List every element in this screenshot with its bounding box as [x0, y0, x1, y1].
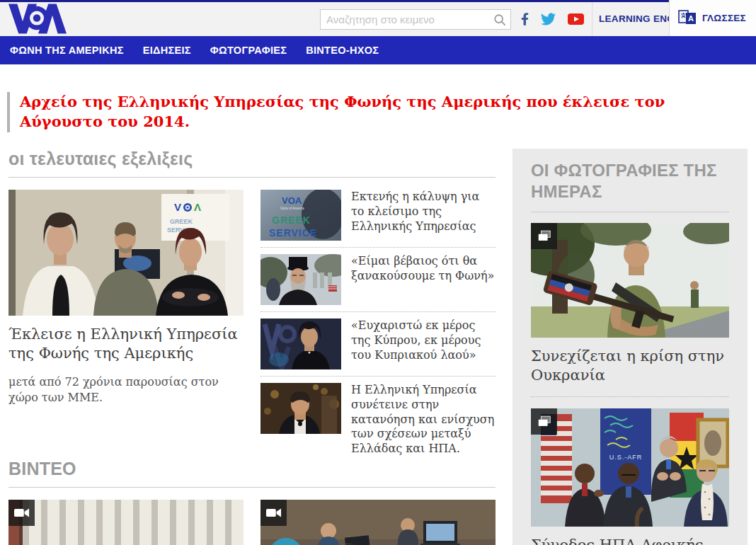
nav-item-photos[interactable]: ΦΩΤΟΓΡΑΦΙΕΣ [210, 45, 287, 56]
main-nav: ΦΩΝΗ ΤΗΣ ΑΜΕΡΙΚΗΣ ΕΙΔΗΣΕΙΣ ΦΩΤΟΓΡΑΦΙΕΣ Β… [0, 36, 756, 64]
thumb-voa-text: VOA [282, 195, 302, 206]
gala-guest-thumb [260, 383, 341, 434]
video-camera-icon [266, 507, 282, 518]
photo-of-day-link[interactable]: U.S.-AFR [531, 408, 729, 527]
cyprus-guest-thumb [260, 319, 341, 369]
languages-button[interactable]: A ΓΛΩΣΣΕΣ [669, 0, 756, 36]
us-africa-summit-illustration: U.S.-AFR [531, 408, 729, 527]
article-thumbnail[interactable] [260, 383, 341, 457]
article-title[interactable]: «Είμαι βέβαιος ότι θα ξανακούσουμε τη Φω… [351, 254, 496, 305]
summit-banner-text: U.S.-AFR [609, 454, 643, 461]
article-list: VOA Voice of America GREEK SERVICE Εκτεν… [260, 190, 496, 463]
voa-logo[interactable] [8, 4, 67, 37]
search-box [320, 9, 511, 30]
video2-illustration [260, 500, 496, 545]
svg-text:GREEK: GREEK [170, 218, 193, 225]
article-thumbnail[interactable]: VOA Voice of America GREEK SERVICE [260, 190, 341, 241]
video1-illustration [8, 500, 244, 545]
article-title[interactable]: «Ευχαριστώ εκ μέρος της Κύπρου, εκ μέρου… [351, 319, 496, 369]
gallery-icon [537, 415, 552, 428]
article-list-item[interactable]: «Είμαι βέβαιος ότι θα ξανακούσουμε τη Φω… [260, 248, 496, 312]
lead-article: V Λ GREEK SERVICE [8, 190, 244, 463]
article-thumbnail[interactable] [260, 319, 341, 369]
youtube-icon[interactable] [568, 13, 584, 25]
photos-of-day-sidebar: ΟΙ ΦΩΤΟΓΡΑΦΙΕΣ ΤΗΣ ΗΜΕΡΑΣ [512, 149, 748, 545]
header-divider [592, 2, 592, 36]
photo-of-day-link[interactable] [531, 223, 729, 338]
social-links [521, 2, 584, 36]
nav-item-video-audio[interactable]: ΒΙΝΤΕΟ-ΗΧΟΣ [306, 45, 379, 56]
article-title[interactable]: Εκτενής η κάλυψη για το κλείσιμο της Ελλ… [351, 190, 496, 241]
search-icon[interactable] [489, 13, 510, 26]
latest-section-title: οι τελευταιες εξελιξεις [8, 149, 496, 178]
photo-of-day-item: U.S.-AFR [531, 408, 729, 545]
gallery-icon [537, 229, 552, 243]
clergyman-thumb [260, 254, 341, 305]
svg-text:Λ: Λ [194, 201, 201, 213]
twitter-icon[interactable] [541, 13, 556, 25]
photo-of-day-caption[interactable]: Συνεχίζεται η κρίση στην Ουκρανία [531, 347, 729, 386]
sidebar-divider [531, 396, 729, 397]
video-badge [8, 500, 35, 526]
nav-item-news[interactable]: ΕΙΔΗΣΕΙΣ [143, 45, 191, 56]
voa-logo-icon [8, 4, 67, 34]
video-thumbnail[interactable] [260, 500, 496, 545]
article-list-item[interactable]: Η Ελληνική Υπηρεσία συνέτεινε στην καταν… [260, 377, 496, 463]
article-list-item[interactable]: «Ευχαριστώ εκ μέρος της Κύπρου, εκ μέρου… [260, 312, 496, 377]
article-thumbnail[interactable] [260, 254, 341, 305]
gallery-badge [531, 408, 557, 435]
lead-photo-illustration: V Λ GREEK SERVICE [8, 190, 244, 316]
search-input[interactable] [321, 13, 489, 25]
lead-article-summary: μετά από 72 χρόνια παρουσίας στον χώρο τ… [8, 374, 244, 406]
article-list-item[interactable]: VOA Voice of America GREEK SERVICE Εκτεν… [260, 190, 496, 248]
voa-greek-homepage: LEARNING ENGLISH A ΓΛΩΣΣΕΣ ΦΩΝΗ ΤΗΣ ΑΜΕΡ… [0, 0, 756, 545]
lead-article-title[interactable]: Έκλεισε η Ελληνική Υπηρεσία της Φωνής τη… [8, 325, 244, 364]
svg-text:A: A [688, 14, 694, 23]
gallery-badge [531, 223, 557, 249]
lead-article-photo[interactable]: V Λ GREEK SERVICE [8, 190, 244, 316]
video-section-title: ΒΙΝΤΕΟ [8, 459, 496, 488]
languages-label: ΓΛΩΣΣΕΣ [702, 13, 746, 23]
nav-item-voa[interactable]: ΦΩΝΗ ΤΗΣ ΑΜΕΡΙΚΗΣ [10, 45, 124, 56]
thumb-voa-tagline: Voice of America [280, 207, 304, 210]
photo-of-day-item: Συνεχίζεται η κρίση στην Ουκρανία [531, 223, 729, 386]
ukraine-photo-illustration [531, 223, 729, 338]
greek-service-thumb: VOA Voice of America GREEK SERVICE [260, 190, 341, 241]
video-camera-icon [14, 507, 30, 518]
facebook-icon[interactable] [521, 12, 529, 26]
latest-news-section: οι τελευταιες εξελιξεις V Λ [8, 149, 496, 463]
video-thumbnail[interactable] [8, 500, 244, 545]
video-section: ΒΙΝΤΕΟ [8, 459, 496, 545]
video-badge [260, 500, 287, 526]
article-title[interactable]: Η Ελληνική Υπηρεσία συνέτεινε στην καταν… [351, 383, 496, 457]
thumb-service-text: SERVICE [269, 227, 317, 239]
photo-of-day-caption[interactable]: Σύνοδος ΗΠΑ-Αφρικής [531, 536, 729, 545]
svg-text:V: V [174, 201, 181, 213]
translate-icon: A [678, 9, 697, 28]
thumb-greek-text: GREEK [272, 214, 311, 226]
site-header: LEARNING ENGLISH A ΓΛΩΣΣΕΣ [0, 2, 756, 36]
photos-of-day-title: ΟΙ ΦΩΤΟΓΡΑΦΙΕΣ ΤΗΣ ΗΜΕΡΑΣ [531, 160, 729, 212]
archive-notice: Αρχείο της Ελληνικής Υπηρεσίας της Φωνής… [7, 92, 739, 132]
